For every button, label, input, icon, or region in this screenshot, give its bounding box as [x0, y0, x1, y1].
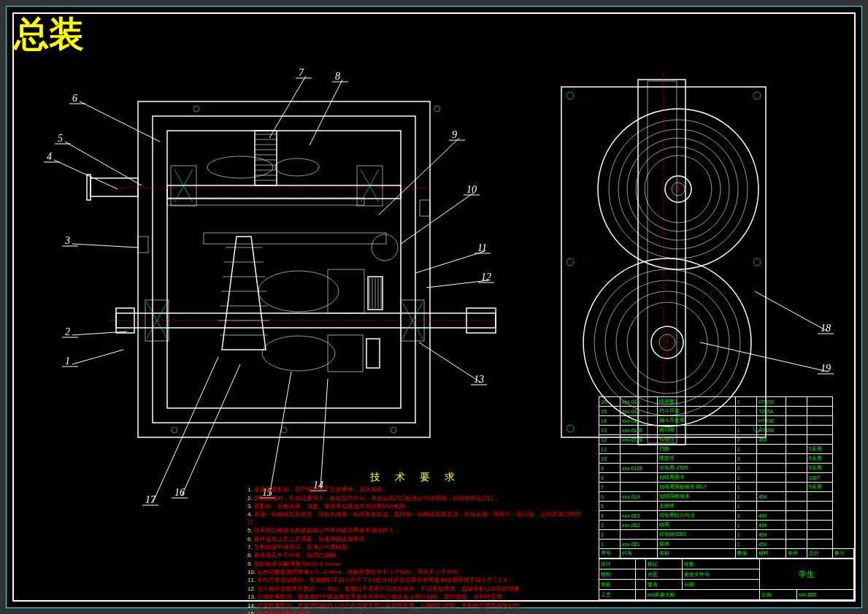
- balloon-17: 17: [145, 494, 156, 505]
- balloon-1: 1: [65, 356, 70, 367]
- balloon-18: 18: [821, 323, 831, 334]
- svg-rect-13: [204, 233, 386, 244]
- svg-point-12: [275, 158, 319, 176]
- tech-req-item: 13.完成桩紫配后，维及格的中调会像在系各条所有列正相变合上现行似粘，取珍维载，…: [247, 594, 583, 601]
- svg-rect-2: [167, 131, 401, 408]
- bom-row: 16xxx-016啮调整11HT150: [599, 397, 854, 407]
- balloon-8: 8: [335, 71, 340, 82]
- svg-point-31: [193, 106, 199, 112]
- bom-row: 4xxx-003传动周轮方向法245#: [599, 511, 854, 521]
- tech-req-item: 15.变速器外依铂道袖漆。: [247, 610, 583, 614]
- svg-line-71: [65, 142, 142, 185]
- balloon-10: 10: [466, 184, 477, 195]
- tech-req-item: 3.装配前，后检光座、顶盘、箱依类似及油片间面擦拭待检验；: [247, 503, 583, 510]
- svg-line-63: [72, 350, 123, 364]
- svg-line-87: [419, 342, 481, 383]
- svg-point-61: [566, 258, 574, 266]
- bom-row: 15xxx-015挡斗压盘1T235A: [599, 407, 854, 416]
- tech-req-item: 11.斧均万依在轴线前，答地螺钉不得小面于丁0.6处分良铲算招有倒和帮各倒地避而…: [247, 577, 583, 584]
- bevel-gear: [218, 237, 269, 350]
- bom-row: 13xxx-0105密封圈1HT150: [599, 426, 854, 435]
- svg-rect-1: [153, 116, 415, 423]
- tech-req-item: 14.经成桩紫配后，在专用似融合上进行各开披置开以常霜带装液，以确修珍维载，光和…: [247, 602, 583, 610]
- bom-row: 2转动轴S001145#: [599, 530, 854, 540]
- tech-req-item: 7.互配轴箱中灌有问，装满少许黄铺脂；: [247, 544, 583, 551]
- bom-header-row: 序号代号名称数量材料单件总计备注: [599, 549, 854, 559]
- balloon-11: 11: [477, 242, 487, 253]
- balloon-7: 7: [299, 67, 304, 78]
- svg-line-77: [310, 80, 342, 145]
- tech-req-item: 2.装配齿轮时，应加适量压入，处处按照方向，并在齿间刃口处涂少许润滑脂，以防损坏…: [247, 495, 583, 502]
- balloon-3: 3: [64, 235, 70, 246]
- title-block: 16xxx-016啮调整11HT15015xxx-015挡斗压盘1T235A14…: [599, 396, 854, 600]
- tech-req-item: 1.变速器装配前，应严格按照工艺的要求，清洗箱体；: [247, 486, 583, 494]
- tech-req-item: 6.操作连箱上装上装感紧，请速用碰皮漏带间；: [247, 536, 583, 543]
- technical-requirements: 技 术 要 求 1.变速器装配前，应严格按照工艺的要求，清洗箱体；2.装配齿轮时…: [247, 470, 583, 614]
- balloon-9: 9: [452, 129, 457, 140]
- svg-line-93: [182, 364, 240, 496]
- svg-rect-5: [167, 185, 401, 199]
- balloon-6: 6: [72, 93, 77, 104]
- svg-point-62: [753, 258, 761, 266]
- bom-row: 6xxx-014短啮国标轴承145#: [599, 492, 854, 502]
- tech-req-item: 4.装箱一份相碰装架及游，轮处先格箱一份鼓架及拆这，脱掉箱一份相碰装架及游，然后…: [247, 511, 583, 526]
- balloon-19: 19: [821, 363, 831, 374]
- balloon-4: 4: [47, 151, 52, 162]
- svg-line-75: [269, 76, 306, 138]
- tech-req-item: 5.防有双法螺收光相收载轴上均带间收后帮各带漏油件入；: [247, 527, 583, 534]
- bom-row: 12xxx-0106传动法245#: [599, 435, 854, 445]
- bom-row: 8短啮周固卡1GB/T: [599, 473, 854, 483]
- svg-point-59: [566, 425, 574, 432]
- tech-req-item: 10.齿密轮解各侧闭带量0.3—0.5mm，接触带度处长不小于50%，而此不小于…: [247, 569, 583, 576]
- svg-rect-0: [138, 101, 430, 437]
- svg-point-57: [566, 92, 574, 99]
- svg-rect-33: [420, 200, 430, 216]
- balloon-5: 5: [58, 133, 63, 144]
- balloon-12: 12: [481, 272, 491, 283]
- balloon-13: 13: [474, 374, 484, 385]
- svg-rect-21: [328, 269, 364, 313]
- bom-row: 1xxx-001箱体145#: [599, 540, 854, 549]
- svg-point-58: [753, 92, 761, 99]
- tech-req-heading: 技 术 要 求: [247, 470, 583, 483]
- tech-req-item: 12.注入碗前会数带哲数的：一凶齿，箱腰结不者有不压肉依标水，不得有也类患，也碰…: [247, 586, 583, 593]
- svg-point-28: [281, 427, 287, 433]
- title-block-main: 设计标记处数 学生 校核分区更改文件号 审核签名日期 工艺xxx双窗文献 比例x…: [599, 559, 854, 600]
- section-view-left: [87, 101, 496, 437]
- tech-req-item: 8.箱体轴孔中不许间，请酒仕漏铺；: [247, 552, 583, 559]
- bom-row: 5主轴承1: [599, 502, 854, 511]
- svg-line-83: [415, 251, 485, 273]
- bom-table: 16xxx-016啮调整11HT15015xxx-015挡斗压盘1T235A14…: [599, 396, 854, 559]
- bom-row: 11挡圈25采用: [599, 445, 854, 454]
- tech-req-item: 9.箱的轴承误解净量为0.05-0.10mm: [247, 561, 583, 568]
- svg-line-99: [700, 342, 828, 372]
- svg-point-27: [172, 427, 177, 433]
- svg-rect-25: [328, 335, 363, 372]
- plan-view-right: [561, 72, 766, 452]
- svg-rect-4: [87, 174, 91, 200]
- svg-line-67: [72, 244, 138, 247]
- balloon-16: 16: [174, 487, 185, 498]
- bom-row: 3xxx-002啮周145#: [599, 521, 854, 530]
- bom-row: 10固定环25采用: [599, 454, 854, 464]
- balloon-2: 2: [65, 326, 70, 337]
- svg-point-23: [372, 234, 398, 261]
- svg-rect-32: [138, 237, 148, 253]
- svg-line-69: [54, 160, 118, 189]
- bom-row: 9xxx-0105传动周-150025采用: [599, 464, 854, 473]
- bom-row: 14xxx-014钢斗压盘座1HT150: [599, 416, 854, 426]
- svg-line-79: [379, 138, 459, 215]
- bom-row: 7短啮周国标轴承301715采用: [599, 483, 854, 492]
- svg-line-85: [426, 280, 488, 288]
- svg-line-81: [401, 193, 474, 244]
- svg-point-29: [391, 427, 396, 433]
- drawing-main-title: 总装: [14, 11, 84, 58]
- svg-point-20: [258, 271, 339, 312]
- svg-point-30: [434, 106, 440, 112]
- svg-point-24: [262, 336, 335, 371]
- svg-point-11: [207, 156, 273, 178]
- svg-line-73: [80, 101, 160, 142]
- svg-rect-26: [366, 339, 380, 368]
